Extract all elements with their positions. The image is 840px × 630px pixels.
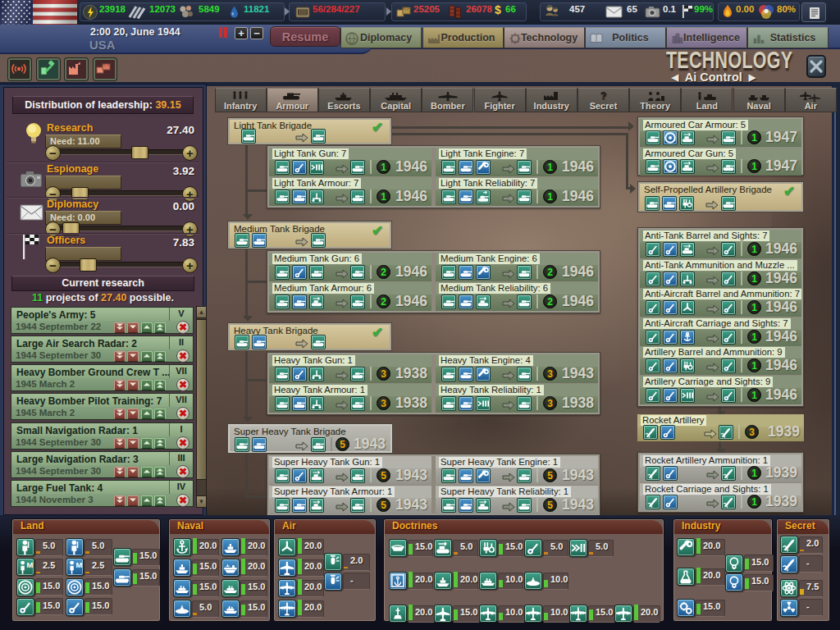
svg-text:M: M xyxy=(76,561,83,569)
svg-text:M: M xyxy=(27,561,34,569)
